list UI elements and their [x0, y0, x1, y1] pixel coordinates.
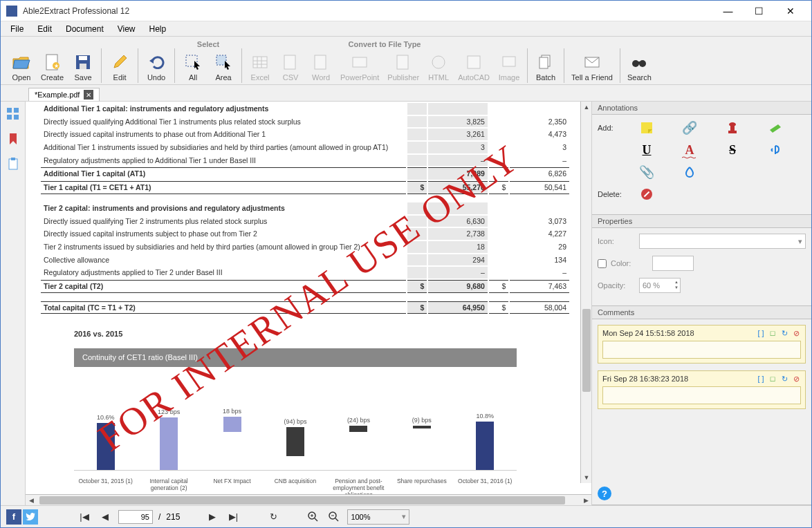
comments-header: Comments	[592, 306, 811, 319]
financial-table: Additional Tier 1 capital: instruments a…	[39, 102, 571, 315]
watermark-tool-icon[interactable]	[682, 164, 697, 180]
prev-page-button[interactable]: ◀	[98, 509, 113, 525]
squiggly-icon[interactable]: A	[682, 142, 697, 158]
envelope-icon	[582, 53, 602, 72]
svg-rect-21	[539, 57, 548, 68]
strikethrough-icon[interactable]: S	[725, 142, 740, 158]
attachment-icon[interactable]: 📎	[639, 164, 654, 180]
open-button[interactable]: Open	[6, 51, 37, 83]
comment-square-icon[interactable]: □	[768, 328, 777, 338]
chart-x-label: Net FX Impact	[205, 478, 260, 494]
comment-refresh-icon[interactable]: ↻	[779, 328, 789, 338]
document-view: Additional Tier 1 capital: instruments a…	[26, 102, 591, 505]
menu-edit[interactable]: Edit	[30, 23, 59, 35]
minimize-button[interactable]: —	[712, 1, 744, 21]
scroll-up-arrow[interactable]: ▲	[581, 102, 591, 113]
rotate-button[interactable]: ↻	[266, 509, 281, 525]
save-icon	[73, 53, 93, 72]
select-area-button[interactable]: Area	[208, 51, 239, 83]
zoom-out-button[interactable]	[326, 509, 342, 525]
edit-button[interactable]: Edit	[104, 51, 135, 83]
chart-x-label: CNB acquisition	[268, 478, 323, 494]
scroll-down-arrow[interactable]: ▼	[581, 472, 591, 483]
page-separator: /	[158, 512, 160, 522]
left-sidebar	[1, 102, 26, 505]
app-title: Able2Extract Professional 12	[23, 6, 712, 16]
comment-date: Fri Sep 28 16:38:23 2018	[602, 375, 688, 383]
comment-item[interactable]: Mon Sep 24 15:51:58 2018[ ]□↻⊘	[598, 325, 806, 364]
clipboard-button[interactable]	[5, 155, 21, 172]
first-page-button[interactable]: |◀	[77, 509, 92, 525]
chart-x-label: Internal capital generation (2)	[141, 478, 196, 494]
highlighter-icon[interactable]	[768, 120, 783, 135]
menu-document[interactable]: Document	[59, 23, 111, 35]
delete-annotation-icon[interactable]	[639, 187, 654, 202]
binoculars-icon	[629, 53, 649, 72]
batch-button[interactable]: Batch	[530, 51, 561, 83]
chart-title: Continuity of CET1 ratio (Basel III)	[74, 348, 517, 367]
add-label: Add:	[598, 124, 632, 132]
comment-delete-icon[interactable]: ⊘	[791, 374, 801, 384]
undo-button[interactable]: Undo	[141, 51, 172, 83]
comment-delete-icon[interactable]: ⊘	[791, 328, 801, 338]
bookmarks-button[interactable]	[5, 131, 21, 147]
comment-item[interactable]: Fri Sep 28 16:38:23 2018[ ]□↻⊘	[598, 370, 806, 409]
document-canvas[interactable]: Additional Tier 1 capital: instruments a…	[26, 102, 591, 494]
zoom-dropdown[interactable]: 100%▾	[347, 509, 409, 525]
menu-help[interactable]: Help	[142, 23, 174, 35]
document-tab[interactable]: *Example.pdf ✕	[28, 88, 100, 101]
color-checkbox[interactable]	[598, 259, 607, 268]
annotations-header: Annotations	[592, 102, 811, 115]
undo-icon	[147, 53, 166, 72]
search-button[interactable]: Search	[623, 51, 656, 83]
caret-icon[interactable]	[768, 142, 783, 158]
twitter-button[interactable]	[23, 509, 38, 525]
comment-text-input[interactable]	[602, 341, 801, 359]
comment-square-icon[interactable]: □	[768, 374, 777, 384]
color-prop-label: Color:	[611, 259, 652, 267]
save-button[interactable]: Save	[68, 51, 98, 83]
comment-text-input[interactable]	[602, 386, 801, 404]
table-row: Directly issued capital instruments subj…	[41, 228, 569, 240]
opacity-prop-label: Opacity:	[598, 281, 639, 290]
underline-icon[interactable]: U	[639, 142, 654, 158]
chart-bar: 18 bps	[205, 407, 260, 471]
icon-dropdown[interactable]: ▾	[639, 234, 806, 249]
tell-friend-button[interactable]: Tell a Friend	[567, 51, 617, 83]
stamp-icon[interactable]	[725, 120, 740, 135]
table-row: Directly issued capital instruments to p…	[41, 129, 569, 140]
page-number-input[interactable]	[118, 510, 153, 524]
comment-refresh-icon[interactable]: ↻	[779, 374, 789, 384]
comment-bracket-icon[interactable]: [ ]	[756, 374, 766, 384]
create-button[interactable]: ★Create	[37, 51, 68, 83]
scroll-right-arrow[interactable]: ▶	[580, 495, 591, 505]
sticky-note-icon[interactable]	[639, 120, 654, 135]
next-page-button[interactable]: ▶	[205, 509, 220, 525]
opacity-spinner[interactable]: 60 % ▲▼	[639, 278, 681, 293]
svg-point-17	[432, 56, 445, 68]
facebook-button[interactable]: f	[6, 509, 21, 525]
tab-close-button[interactable]: ✕	[84, 90, 93, 100]
help-icon[interactable]: ?	[598, 487, 611, 500]
horizontal-scrollbar[interactable]: ◀ ▶	[26, 494, 591, 505]
chart-bar: 10.8%	[457, 412, 513, 471]
comment-bracket-icon[interactable]: [ ]	[756, 328, 766, 338]
chart-x-label: October 31, 2015 (1)	[78, 478, 133, 494]
menu-view[interactable]: View	[111, 23, 142, 35]
scroll-left-arrow[interactable]: ◀	[26, 495, 37, 505]
last-page-button[interactable]: ▶|	[225, 509, 241, 525]
link-icon[interactable]: 🔗	[682, 120, 697, 135]
svg-text:★: ★	[53, 63, 58, 69]
menu-file[interactable]: File	[3, 23, 30, 35]
vertical-scrollbar[interactable]: ▲ ▼	[580, 102, 591, 483]
thumbnails-button[interactable]	[5, 106, 21, 122]
scroll-thumb-horizontal[interactable]	[39, 496, 565, 505]
color-swatch[interactable]	[652, 256, 694, 271]
select-all-button[interactable]: All	[178, 51, 208, 83]
scroll-thumb-vertical[interactable]	[582, 309, 591, 392]
maximize-button[interactable]: ☐	[744, 1, 775, 21]
close-button[interactable]: ✕	[775, 1, 806, 21]
word-icon	[311, 53, 331, 72]
zoom-in-button[interactable]	[306, 509, 321, 525]
svg-rect-30	[9, 159, 17, 169]
